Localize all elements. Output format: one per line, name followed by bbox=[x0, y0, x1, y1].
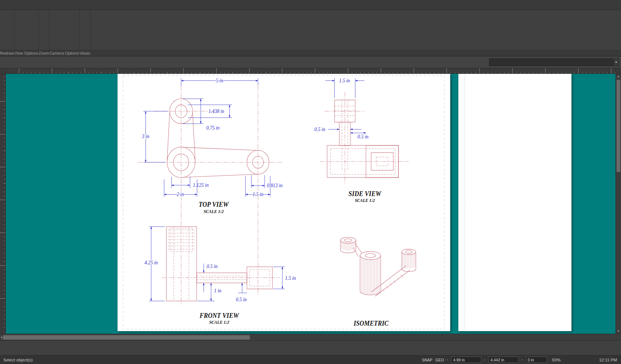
ribbon: Redraw View Options Zoom Camera Options bbox=[0, 10, 621, 56]
scroll-left-icon[interactable] bbox=[1, 336, 2, 339]
coord-z-icon: ▪ bbox=[522, 358, 523, 361]
vertical-scrollbar[interactable] bbox=[615, 74, 621, 334]
drawing-canvas[interactable]: 5 in 1.438 in 0.75 in bbox=[6, 74, 615, 334]
ribbon-group-redraw: Redraw bbox=[0, 10, 14, 56]
dim-side-15in: 1.5 in bbox=[339, 78, 350, 83]
statusbar: Select object(s) SNAP GEO ▪ 4.99 in ▪ 4.… bbox=[0, 355, 621, 364]
front-view: 4.25 in 0.5 in 1 in 0.5 in bbox=[145, 227, 296, 325]
drawing-sheet-svg: 5 in 1.438 in 0.75 in bbox=[118, 74, 450, 331]
side-view-dimensions: 1.5 in 0.5 in 0.5 in bbox=[314, 78, 369, 140]
zoom-percent: 93% bbox=[552, 358, 561, 362]
dim-0813in: 0.813 in bbox=[267, 183, 283, 189]
ruler-corner bbox=[0, 68, 6, 73]
y-coordinate-field[interactable]: 4.442 in bbox=[488, 357, 519, 363]
z-coordinate-field[interactable]: 0 in bbox=[526, 357, 547, 363]
geo-toggle[interactable]: GEO bbox=[435, 358, 444, 362]
clock: 12:11 PM bbox=[599, 358, 617, 362]
snap-toggle[interactable]: SNAP bbox=[422, 358, 432, 362]
application-window: Redraw View Options Zoom Camera Options bbox=[0, 0, 621, 364]
scrollbar-thumb[interactable] bbox=[617, 80, 620, 172]
side-view-scale: SCALE 1:2 bbox=[355, 198, 375, 203]
group-label-redraw: Redraw bbox=[0, 50, 14, 56]
dropdown-arrow-icon[interactable] bbox=[613, 59, 619, 66]
selection-info-combo[interactable] bbox=[489, 58, 619, 66]
coord-y-icon: ▪ bbox=[484, 358, 485, 361]
top-view-dimensions: 5 in 1.438 in 0.75 in bbox=[142, 78, 283, 197]
dim-3in: 3 in bbox=[142, 134, 149, 140]
dim-1438in: 1.438 in bbox=[208, 108, 224, 114]
isometric-title: ISOMETRIC bbox=[353, 319, 389, 327]
dim-15in: 1.5 in bbox=[252, 192, 264, 198]
dim-side-05in-left: 0.5 in bbox=[314, 126, 325, 132]
ruler-row bbox=[0, 68, 621, 74]
dim-1125in: 1.125 in bbox=[193, 182, 209, 188]
dim-front-05in-b: 0.5 in bbox=[236, 297, 247, 303]
top-view-title: TOP VIEW bbox=[199, 201, 229, 209]
front-view-title: FRONT VIEW bbox=[199, 312, 239, 319]
scroll-down-icon[interactable] bbox=[616, 329, 621, 334]
front-view-dimensions: 4.25 in 0.5 in 1 in 0.5 in bbox=[145, 227, 296, 303]
group-label-zoom: Zoom bbox=[39, 50, 49, 56]
front-view-scale: SCALE 1:2 bbox=[209, 320, 230, 325]
dim-425in: 4.25 in bbox=[145, 260, 158, 266]
side-view-title: SIDE VIEW bbox=[349, 190, 381, 198]
group-label-views: Views bbox=[79, 50, 90, 56]
sheet-tab-row bbox=[0, 334, 621, 340]
vertical-ruler[interactable] bbox=[0, 74, 6, 334]
isometric-view: ISOMETRIC bbox=[340, 237, 416, 327]
ribbon-group-camera-options: Camera Options bbox=[50, 10, 79, 56]
dim-2in: 2 in bbox=[177, 192, 184, 198]
horizontal-scrollbar[interactable] bbox=[0, 334, 621, 340]
scroll-up-icon[interactable] bbox=[616, 74, 621, 79]
x-coordinate-field[interactable]: 4.99 in bbox=[451, 357, 481, 363]
status-hint: Select object(s) bbox=[3, 358, 33, 362]
dim-075in: 0.75 in bbox=[206, 125, 220, 131]
horizontal-ruler[interactable] bbox=[6, 68, 615, 73]
dim-1in: 1 in bbox=[214, 288, 221, 294]
dim-side-05in-right: 0.5 in bbox=[357, 134, 369, 140]
page-margin bbox=[123, 75, 444, 329]
ribbon-group-zoom: Zoom bbox=[39, 10, 50, 56]
top-view-scale: SCALE 1:2 bbox=[204, 209, 224, 214]
dim-5in: 5 in bbox=[216, 78, 223, 83]
edit-toolbar bbox=[0, 56, 621, 68]
coord-x-icon: ▪ bbox=[447, 358, 448, 361]
group-label-camera-options: Camera Options bbox=[50, 50, 79, 56]
paper-sheet-1[interactable]: 5 in 1.438 in 0.75 in bbox=[118, 74, 450, 331]
menubar bbox=[0, 0, 621, 10]
ribbon-group-views: Views bbox=[79, 10, 91, 56]
group-label-view-options: View Options bbox=[14, 50, 38, 56]
inspector-bar bbox=[0, 340, 621, 355]
dim-front-05in-a: 0.5 in bbox=[207, 264, 218, 269]
page-margin bbox=[465, 75, 465, 330]
ribbon-filler bbox=[91, 10, 621, 56]
scrollbar-thumb[interactable] bbox=[3, 335, 250, 340]
top-view: 5 in 1.438 in 0.75 in bbox=[138, 78, 283, 306]
side-view: 1.5 in 0.5 in 0.5 in SIDE VIEW SCALE 1:2 bbox=[314, 78, 409, 203]
dim-front-15in: 1.5 in bbox=[285, 275, 296, 281]
ribbon-group-view-options: View Options bbox=[14, 10, 39, 56]
paper-sheet-2[interactable] bbox=[458, 74, 571, 331]
